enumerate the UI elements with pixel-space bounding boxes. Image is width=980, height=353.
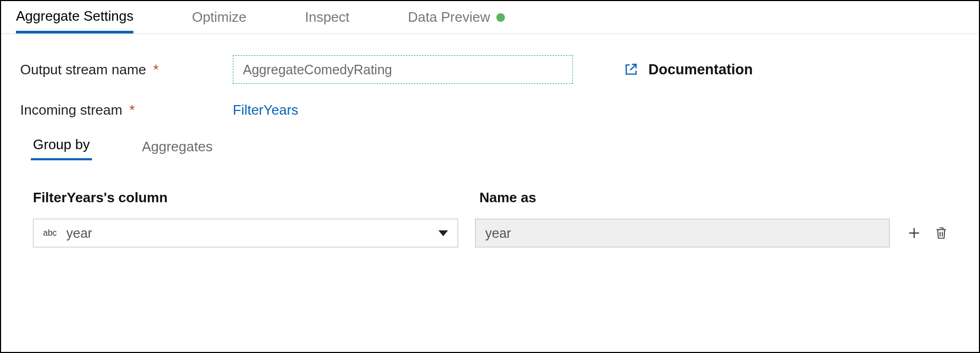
required-asterisk: * <box>129 102 134 118</box>
required-asterisk: * <box>153 62 158 78</box>
column-header-name-as: Name as <box>479 190 899 206</box>
output-stream-label: Output stream name * <box>20 62 233 78</box>
tab-data-preview[interactable]: Data Preview <box>408 9 505 32</box>
incoming-stream-row: Incoming stream * FilterYears <box>20 102 960 118</box>
incoming-stream-label: Incoming stream * <box>20 102 233 118</box>
tab-data-preview-label: Data Preview <box>408 9 491 25</box>
group-by-headers: FilterYears's column Name as <box>20 190 960 206</box>
group-by-row: abc year <box>20 219 960 247</box>
external-link-icon <box>624 63 638 76</box>
subtab-aggregates[interactable]: Aggregates <box>140 139 215 160</box>
documentation-link-label: Documentation <box>648 62 753 78</box>
panel-body: Output stream name * Documentation Incom… <box>1 34 979 247</box>
aggregate-settings-panel: Aggregate Settings Optimize Inspect Data… <box>0 0 980 353</box>
tab-inspect[interactable]: Inspect <box>305 9 350 32</box>
column-dropdown-value: year <box>66 226 438 241</box>
row-actions <box>907 226 948 240</box>
add-row-button[interactable] <box>907 226 922 240</box>
column-dropdown[interactable]: abc year <box>33 219 458 247</box>
sub-tab-bar: Group by Aggregates <box>20 136 960 160</box>
output-stream-input[interactable] <box>233 55 573 84</box>
delete-row-button[interactable] <box>934 226 948 240</box>
name-as-input[interactable] <box>475 219 890 247</box>
documentation-link[interactable]: Documentation <box>624 62 753 78</box>
incoming-stream-link[interactable]: FilterYears <box>233 102 298 118</box>
status-indicator-icon <box>496 13 505 22</box>
tab-optimize[interactable]: Optimize <box>192 9 247 32</box>
datatype-badge: abc <box>43 228 57 238</box>
incoming-stream-label-text: Incoming stream <box>20 102 122 118</box>
subtab-group-by[interactable]: Group by <box>31 136 92 160</box>
tab-bar: Aggregate Settings Optimize Inspect Data… <box>1 1 979 34</box>
chevron-down-icon <box>438 230 448 236</box>
column-header-source: FilterYears's column <box>33 190 479 206</box>
output-stream-label-text: Output stream name <box>20 62 146 78</box>
tab-aggregate-settings[interactable]: Aggregate Settings <box>16 8 133 33</box>
output-stream-row: Output stream name * Documentation <box>20 55 960 84</box>
